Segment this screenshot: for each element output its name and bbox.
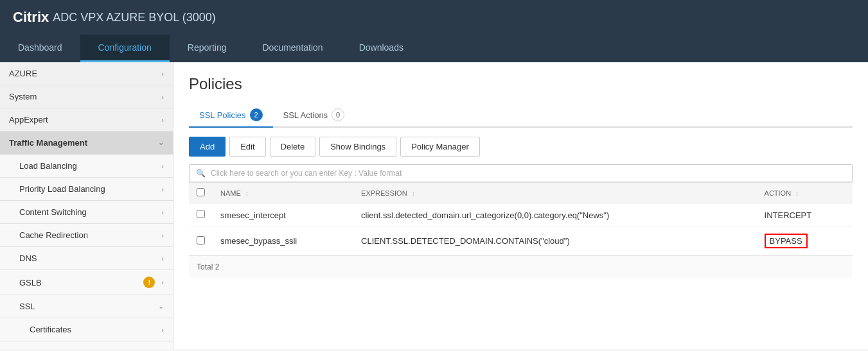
- sidebar-item-label: Cache Redirection: [19, 230, 88, 240]
- tab-ssl-policies[interactable]: SSL Policies 2: [189, 103, 273, 128]
- total-label: Total: [197, 262, 215, 271]
- sidebar-item-priority-load-balancing[interactable]: Priority Load Balancing ›: [0, 178, 173, 201]
- delete-button[interactable]: Delete: [270, 137, 316, 157]
- total-count: 2: [215, 262, 220, 271]
- table-row: smesec_bypass_ssli CLIENT.SSL.DETECTED_D…: [189, 227, 853, 255]
- sidebar-item-certificates[interactable]: Certificates ›: [0, 318, 173, 341]
- app-title-rest: ADC VPX AZURE BYOL (3000): [53, 11, 215, 24]
- row-name: smesec_intercept: [213, 203, 353, 227]
- chevron-right-icon: ›: [161, 93, 164, 101]
- add-button[interactable]: Add: [189, 137, 226, 157]
- tab-documentation[interactable]: Documentation: [244, 35, 341, 62]
- chevron-right-icon: ›: [161, 326, 164, 334]
- page-title: Policies: [189, 75, 853, 93]
- row-checkbox-cell: [189, 227, 213, 255]
- sidebar-item-label: Content Switching: [19, 207, 87, 217]
- sidebar-item-label: AppExpert: [9, 115, 48, 124]
- row-action: BYPASS: [757, 227, 853, 255]
- content-area: Policies SSL Policies 2 SSL Actions 0 Ad…: [173, 62, 868, 349]
- row-expression: client.ssl.detected_domain.url_categoriz…: [353, 203, 756, 227]
- sidebar-item-gslb[interactable]: GSLB ! ›: [0, 270, 173, 295]
- toolbar: Add Edit Delete Show Bindings Policy Man…: [189, 137, 853, 157]
- chevron-down-icon: ⌄: [158, 302, 164, 311]
- app-title-citrix: Citrix: [13, 9, 49, 26]
- show-bindings-button[interactable]: Show Bindings: [319, 137, 396, 157]
- nav-tabs: Dashboard Configuration Reporting Docume…: [0, 35, 868, 62]
- col-expression: EXPRESSION ↕: [353, 183, 756, 203]
- tab-dashboard[interactable]: Dashboard: [0, 35, 80, 62]
- sidebar-item-load-balancing[interactable]: Load Balancing ›: [0, 155, 173, 178]
- chevron-right-icon: ›: [161, 116, 164, 124]
- table-footer: Total 2: [189, 255, 853, 278]
- sidebar-item-ssl-files[interactable]: SSL Files: [0, 341, 173, 349]
- sidebar-item-ssl[interactable]: SSL ⌄: [0, 295, 173, 318]
- sidebar-item-traffic-management[interactable]: Traffic Management ⌄: [0, 132, 173, 155]
- app-header: Citrix ADC VPX AZURE BYOL (3000): [0, 0, 868, 35]
- sidebar-item-label: Priority Load Balancing: [19, 184, 105, 194]
- sidebar-item-label: DNS: [19, 253, 37, 263]
- chevron-right-icon: ›: [161, 162, 164, 170]
- chevron-right-icon: ›: [161, 255, 164, 262]
- sidebar-item-system[interactable]: System ›: [0, 85, 173, 108]
- ssl-actions-badge: 0: [332, 108, 344, 121]
- sidebar-item-label: AZURE: [9, 69, 37, 78]
- tab-configuration[interactable]: Configuration: [80, 35, 170, 62]
- policy-manager-button[interactable]: Policy Manager: [400, 137, 480, 157]
- sidebar-item-azure[interactable]: AZURE ›: [0, 62, 173, 85]
- warning-badge: !: [143, 277, 155, 288]
- tab-downloads[interactable]: Downloads: [341, 35, 421, 62]
- search-placeholder: Click here to search or you can enter Ke…: [211, 169, 402, 178]
- sidebar-item-label: System: [9, 92, 37, 101]
- chevron-down-icon: ⌄: [158, 139, 164, 147]
- table-row: smesec_intercept client.ssl.detected_dom…: [189, 203, 853, 227]
- sort-action-icon[interactable]: ↕: [795, 190, 799, 197]
- sidebar-item-label: GSLB: [19, 278, 42, 287]
- chevron-right-icon: ›: [161, 232, 164, 239]
- sidebar-item-label: SSL Files: [30, 348, 65, 349]
- col-action: ACTION ↕: [757, 183, 853, 203]
- sort-name-icon[interactable]: ↕: [245, 190, 249, 197]
- ssl-policies-badge: 2: [250, 108, 263, 121]
- sidebar-item-appexpert[interactable]: AppExpert ›: [0, 108, 173, 132]
- col-name: NAME ↕: [213, 183, 353, 203]
- row-expression: CLIENT.SSL.DETECTED_DOMAIN.CONTAINS("clo…: [353, 227, 756, 255]
- ssl-actions-label: SSL Actions: [283, 110, 328, 120]
- sidebar-item-cache-redirection[interactable]: Cache Redirection ›: [0, 224, 173, 247]
- chevron-right-icon: ›: [161, 185, 164, 193]
- sidebar-item-label: Load Balancing: [19, 161, 77, 171]
- sidebar-item-dns[interactable]: DNS ›: [0, 247, 173, 270]
- row-checkbox[interactable]: [197, 210, 205, 218]
- action-bypass-badge: BYPASS: [765, 234, 808, 248]
- sub-tabs: SSL Policies 2 SSL Actions 0: [189, 103, 853, 128]
- row-checkbox-cell: [189, 203, 213, 227]
- chevron-right-icon: ›: [161, 209, 164, 216]
- sidebar-item-label: Traffic Management: [9, 138, 87, 148]
- sort-expression-icon[interactable]: ↕: [412, 190, 415, 197]
- chevron-right-icon: ›: [161, 278, 164, 286]
- sidebar: AZURE › System › AppExpert › Traffic Man…: [0, 62, 173, 349]
- chevron-right-icon: ›: [161, 70, 164, 78]
- main-layout: AZURE › System › AppExpert › Traffic Man…: [0, 62, 868, 349]
- search-bar[interactable]: 🔍 Click here to search or you can enter …: [189, 164, 853, 182]
- sidebar-item-label: SSL: [19, 302, 35, 311]
- select-all-checkbox[interactable]: [197, 188, 205, 196]
- sidebar-item-content-switching[interactable]: Content Switching ›: [0, 201, 173, 224]
- row-checkbox[interactable]: [197, 236, 205, 244]
- col-checkbox: [189, 183, 213, 203]
- sidebar-item-label: Certificates: [30, 325, 71, 334]
- search-icon: 🔍: [196, 169, 206, 178]
- ssl-policies-label: SSL Policies: [199, 110, 246, 120]
- policies-table: NAME ↕ EXPRESSION ↕ ACTION ↕ smesec_inte…: [189, 182, 853, 255]
- tab-ssl-actions[interactable]: SSL Actions 0: [273, 103, 355, 128]
- row-action: INTERCEPT: [757, 203, 853, 227]
- row-name: smesec_bypass_ssli: [213, 227, 353, 255]
- tab-reporting[interactable]: Reporting: [170, 35, 245, 62]
- edit-button[interactable]: Edit: [229, 137, 265, 157]
